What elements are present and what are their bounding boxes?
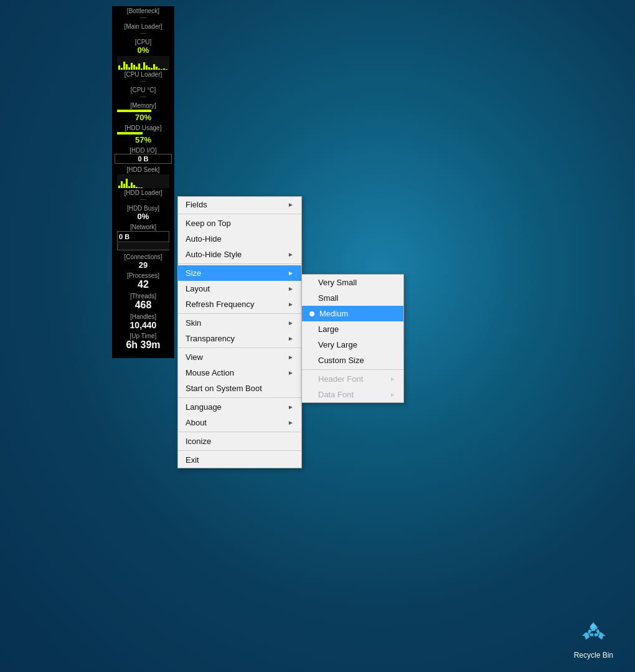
menu-divider-2 bbox=[178, 263, 301, 264]
menu-arrow-skin: ► bbox=[288, 319, 294, 326]
menu-item-keepontop-label: Keep on Top bbox=[186, 219, 231, 228]
menu-item-fields[interactable]: Fields ► bbox=[178, 197, 301, 212]
menu-item-language-label: Language bbox=[186, 402, 222, 412]
radio-placeholder-header-font bbox=[309, 377, 313, 381]
menu-item-size[interactable]: Size ► bbox=[178, 265, 301, 281]
submenu-item-data-font-label: Data Font bbox=[318, 390, 354, 399]
sidebar-item-hdd-busy: [HDD Busy] 0% bbox=[112, 204, 174, 222]
menu-item-start-on-boot[interactable]: Start on System Boot bbox=[178, 381, 301, 396]
menu-divider-6 bbox=[178, 432, 301, 432]
menu-item-transparency-label: Transparency bbox=[186, 334, 235, 343]
menu-item-autohide-style-label: Auto-Hide Style bbox=[186, 250, 242, 259]
menu-item-iconize[interactable]: Iconize bbox=[178, 433, 301, 449]
sidebar-widget: [Bottleneck] — [Main Loader] — [CPU] 0% bbox=[112, 6, 174, 358]
menu-divider-4 bbox=[178, 348, 301, 348]
sidebar-item-hdd-seek: [HDD Seek] [HDD Loader] — bbox=[112, 165, 174, 204]
menu-arrow-fields: ► bbox=[288, 201, 294, 208]
sidebar-item-threads: [Threads] 468 bbox=[112, 291, 174, 312]
cpu-graph bbox=[117, 56, 169, 70]
menu-divider-5 bbox=[178, 397, 301, 398]
menu-item-about-label: About bbox=[186, 418, 207, 427]
sidebar-item-cpu: [CPU] 0% bbox=[112, 37, 174, 85]
sidebar-item-mainloader: [Main Loader] — bbox=[112, 22, 174, 37]
submenu-item-large-label: Large bbox=[318, 324, 339, 334]
radio-placeholder-large bbox=[309, 328, 313, 331]
recycle-bin[interactable]: ♻ Recycle Bin bbox=[574, 618, 613, 660]
menu-item-skin[interactable]: Skin ► bbox=[178, 315, 301, 331]
menu-item-autohide-label: Auto-Hide bbox=[186, 234, 222, 244]
menu-item-skin-label: Skin bbox=[186, 318, 201, 328]
menu-item-keepontop[interactable]: Keep on Top bbox=[178, 215, 301, 231]
menu-arrow-transparency: ► bbox=[288, 335, 294, 342]
menu-divider-7 bbox=[178, 450, 301, 451]
menu-arrow-layout: ► bbox=[288, 285, 294, 292]
sidebar-item-connections: [Connections] 29 bbox=[112, 252, 174, 271]
size-submenu: Very Small Small Medium Large Very Large… bbox=[301, 274, 404, 403]
menu-arrow-mouse-action: ► bbox=[288, 369, 294, 376]
sidebar-item-memory: [Memory] 70% bbox=[112, 101, 174, 123]
radio-placeholder-very-small bbox=[309, 281, 313, 285]
menu-arrow-size: ► bbox=[288, 270, 294, 277]
menu-item-transparency[interactable]: Transparency ► bbox=[178, 331, 301, 346]
submenu-divider-1 bbox=[302, 369, 403, 370]
menu-arrow-autohide-style: ► bbox=[288, 251, 294, 258]
menu-item-about[interactable]: About ► bbox=[178, 415, 301, 430]
hdd-seek-graph bbox=[117, 174, 169, 188]
menu-item-language[interactable]: Language ► bbox=[178, 399, 301, 415]
radio-placeholder-custom-size bbox=[309, 359, 313, 362]
menu-item-size-label: Size bbox=[186, 268, 201, 278]
menu-item-iconize-label: Iconize bbox=[186, 437, 211, 446]
submenu-item-very-large[interactable]: Very Large bbox=[302, 337, 403, 353]
menu-item-refresh-frequency-label: Refresh Frequency bbox=[186, 300, 255, 309]
submenu-arrow-data-font: ► bbox=[390, 391, 396, 398]
submenu-item-very-small-label: Very Small bbox=[318, 278, 357, 287]
menu-item-mouse-action-label: Mouse Action bbox=[186, 368, 234, 377]
submenu-item-large[interactable]: Large bbox=[302, 321, 403, 337]
radio-placeholder-small bbox=[309, 296, 313, 300]
radio-placeholder-data-font bbox=[309, 393, 313, 397]
submenu-item-very-small[interactable]: Very Small bbox=[302, 275, 403, 290]
submenu-item-custom-size-label: Custom Size bbox=[318, 356, 364, 365]
menu-item-exit[interactable]: Exit bbox=[178, 452, 301, 468]
context-menu: Fields ► Keep on Top Auto-Hide Auto-Hide… bbox=[177, 196, 302, 468]
submenu-item-data-font[interactable]: Data Font ► bbox=[302, 387, 403, 402]
menu-arrow-view: ► bbox=[288, 354, 294, 361]
sidebar-item-network: [Network] 0 B bbox=[112, 222, 174, 252]
sidebar-item-processes: [Processes] 42 bbox=[112, 271, 174, 291]
submenu-arrow-header-font: ► bbox=[390, 376, 396, 382]
radio-dot-medium bbox=[309, 311, 314, 316]
memory-bar bbox=[117, 110, 151, 112]
menu-arrow-about: ► bbox=[288, 419, 294, 426]
menu-item-layout[interactable]: Layout ► bbox=[178, 281, 301, 296]
menu-item-mouse-action[interactable]: Mouse Action ► bbox=[178, 365, 301, 381]
radio-placeholder-very-large bbox=[309, 343, 313, 347]
menu-item-start-on-boot-label: Start on System Boot bbox=[186, 384, 262, 393]
menu-arrow-language: ► bbox=[288, 404, 294, 410]
sidebar-item-handles: [Handles] 10,440 bbox=[112, 312, 174, 331]
menu-item-refresh-frequency[interactable]: Refresh Frequency ► bbox=[178, 296, 301, 312]
menu-item-view[interactable]: View ► bbox=[178, 349, 301, 365]
submenu-item-header-font[interactable]: Header Font ► bbox=[302, 371, 403, 387]
sidebar-item-uptime: [Up Time] 6h 39m bbox=[112, 331, 174, 352]
recycle-bin-icon: ♻ bbox=[578, 618, 608, 648]
hdd-bar bbox=[117, 132, 143, 135]
sidebar-item-hdd-usage: [HDD Usage] 57% bbox=[112, 123, 174, 146]
recycle-bin-label: Recycle Bin bbox=[574, 651, 613, 660]
menu-item-autohide-style[interactable]: Auto-Hide Style ► bbox=[178, 247, 301, 262]
menu-item-exit-label: Exit bbox=[186, 455, 199, 465]
sidebar-item-cpu-temp: [CPU °C] — bbox=[112, 85, 174, 101]
menu-item-view-label: View bbox=[186, 353, 203, 362]
submenu-item-custom-size[interactable]: Custom Size bbox=[302, 353, 403, 368]
menu-divider-1 bbox=[178, 214, 301, 214]
submenu-item-medium-label: Medium bbox=[319, 309, 348, 318]
menu-item-fields-label: Fields bbox=[186, 200, 207, 209]
submenu-item-medium[interactable]: Medium bbox=[302, 306, 403, 321]
sidebar-item-hdd-io: [HDD I/O] 0 B bbox=[112, 146, 174, 165]
menu-item-layout-label: Layout bbox=[186, 284, 210, 293]
sidebar-item-bottleneck: [Bottleneck] — bbox=[112, 6, 174, 22]
menu-arrow-refresh-frequency: ► bbox=[288, 301, 294, 308]
submenu-item-small[interactable]: Small bbox=[302, 290, 403, 306]
svg-text:♻: ♻ bbox=[586, 622, 601, 641]
submenu-item-header-font-label: Header Font bbox=[318, 374, 363, 384]
menu-item-autohide[interactable]: Auto-Hide bbox=[178, 231, 301, 247]
